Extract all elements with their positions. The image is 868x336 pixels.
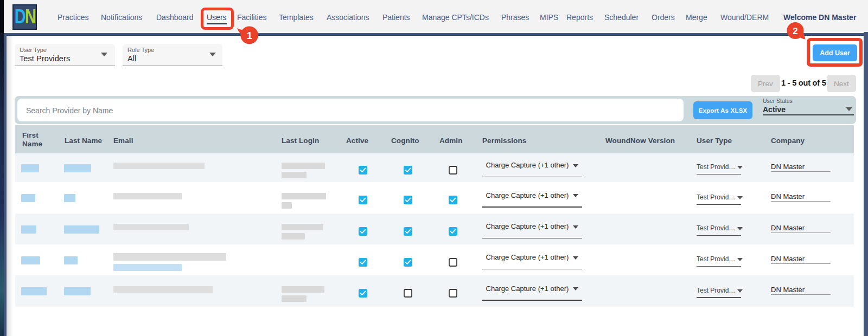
svg-text:2: 2: [793, 26, 797, 36]
svg-text:1: 1: [247, 30, 252, 41]
